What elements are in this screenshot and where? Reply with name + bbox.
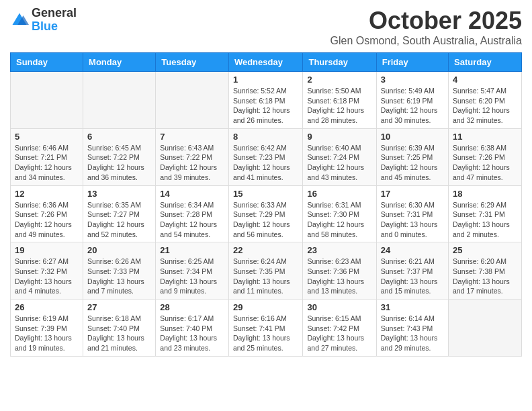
calendar-cell: 13Sunrise: 6:35 AM Sunset: 7:27 PM Dayli… [83,185,156,242]
column-header-sunday: Sunday [11,53,83,72]
day-info: Sunrise: 6:39 AM Sunset: 7:25 PM Dayligh… [381,143,444,183]
calendar-cell: 23Sunrise: 6:23 AM Sunset: 7:36 PM Dayli… [303,242,376,300]
calendar-week-row: 19Sunrise: 6:27 AM Sunset: 7:32 PM Dayli… [11,242,522,300]
calendar-cell: 9Sunrise: 6:40 AM Sunset: 7:24 PM Daylig… [303,128,376,185]
calendar-cell: 17Sunrise: 6:30 AM Sunset: 7:31 PM Dayli… [376,185,448,242]
page-header: General Blue October 2025 Glen Osmond, S… [10,7,522,47]
day-number: 11 [453,132,517,142]
day-number: 8 [233,132,299,142]
day-info: Sunrise: 6:17 AM Sunset: 7:40 PM Dayligh… [160,314,224,353]
day-info: Sunrise: 6:46 AM Sunset: 7:21 PM Dayligh… [15,143,79,183]
calendar-cell: 5Sunrise: 6:46 AM Sunset: 7:21 PM Daylig… [11,128,83,185]
calendar-cell: 8Sunrise: 6:42 AM Sunset: 7:23 PM Daylig… [228,128,303,185]
day-info: Sunrise: 6:42 AM Sunset: 7:23 PM Dayligh… [233,143,299,183]
day-number: 31 [381,302,444,312]
day-number: 30 [307,302,371,312]
day-info: Sunrise: 6:21 AM Sunset: 7:37 PM Dayligh… [381,257,444,296]
calendar-cell: 25Sunrise: 6:20 AM Sunset: 7:38 PM Dayli… [449,242,522,300]
day-number: 25 [453,245,517,255]
calendar-header-row: SundayMondayTuesdayWednesdayThursdayFrid… [11,53,522,72]
day-number: 28 [160,302,224,312]
calendar-cell [83,72,156,129]
day-info: Sunrise: 6:19 AM Sunset: 7:39 PM Dayligh… [15,314,79,353]
calendar-week-row: 12Sunrise: 6:36 AM Sunset: 7:26 PM Dayli… [11,185,522,242]
day-number: 24 [381,245,444,255]
column-header-friday: Friday [376,53,448,72]
day-info: Sunrise: 6:31 AM Sunset: 7:30 PM Dayligh… [307,200,371,240]
day-number: 13 [87,189,151,199]
day-number: 12 [15,189,79,199]
day-number: 5 [15,132,79,142]
day-info: Sunrise: 6:23 AM Sunset: 7:36 PM Dayligh… [307,257,371,296]
day-number: 2 [307,75,371,85]
calendar-cell: 3Sunrise: 5:49 AM Sunset: 6:19 PM Daylig… [376,72,448,129]
calendar-cell: 27Sunrise: 6:18 AM Sunset: 7:40 PM Dayli… [83,300,156,357]
day-info: Sunrise: 6:36 AM Sunset: 7:26 PM Dayligh… [15,200,79,240]
calendar-cell: 10Sunrise: 6:39 AM Sunset: 7:25 PM Dayli… [376,128,448,185]
day-info: Sunrise: 6:18 AM Sunset: 7:40 PM Dayligh… [87,314,151,353]
day-info: Sunrise: 6:14 AM Sunset: 7:43 PM Dayligh… [381,314,444,353]
day-info: Sunrise: 6:45 AM Sunset: 7:22 PM Dayligh… [87,143,151,183]
day-info: Sunrise: 6:27 AM Sunset: 7:32 PM Dayligh… [15,257,79,296]
month-title: October 2025 [330,7,522,35]
day-info: Sunrise: 6:24 AM Sunset: 7:35 PM Dayligh… [233,257,299,296]
day-number: 23 [307,245,371,255]
title-section: October 2025 Glen Osmond, South Australi… [330,7,522,47]
day-number: 17 [381,189,444,199]
day-info: Sunrise: 6:25 AM Sunset: 7:34 PM Dayligh… [160,257,224,296]
day-number: 21 [160,245,224,255]
calendar-cell: 28Sunrise: 6:17 AM Sunset: 7:40 PM Dayli… [156,300,229,357]
calendar-cell: 26Sunrise: 6:19 AM Sunset: 7:39 PM Dayli… [11,300,83,357]
day-number: 7 [160,132,224,142]
calendar-cell: 21Sunrise: 6:25 AM Sunset: 7:34 PM Dayli… [156,242,229,300]
day-number: 26 [15,302,79,312]
column-header-wednesday: Wednesday [228,53,303,72]
day-info: Sunrise: 6:15 AM Sunset: 7:42 PM Dayligh… [307,314,371,353]
calendar-cell: 24Sunrise: 6:21 AM Sunset: 7:37 PM Dayli… [376,242,448,300]
day-info: Sunrise: 5:47 AM Sunset: 6:20 PM Dayligh… [453,86,517,126]
day-number: 20 [87,245,151,255]
day-number: 27 [87,302,151,312]
day-number: 19 [15,245,79,255]
day-number: 6 [87,132,151,142]
calendar-cell: 14Sunrise: 6:34 AM Sunset: 7:28 PM Dayli… [156,185,229,242]
calendar-cell: 16Sunrise: 6:31 AM Sunset: 7:30 PM Dayli… [303,185,376,242]
logo-blue-text: Blue [32,20,77,34]
calendar-week-row: 1Sunrise: 5:52 AM Sunset: 6:18 PM Daylig… [11,72,522,129]
column-header-monday: Monday [83,53,156,72]
calendar-week-row: 26Sunrise: 6:19 AM Sunset: 7:39 PM Dayli… [11,300,522,357]
calendar-cell [11,72,83,129]
calendar-cell: 15Sunrise: 6:33 AM Sunset: 7:29 PM Dayli… [228,185,303,242]
day-info: Sunrise: 6:34 AM Sunset: 7:28 PM Dayligh… [160,200,224,240]
day-number: 16 [307,189,371,199]
day-number: 9 [307,132,371,142]
calendar-cell: 12Sunrise: 6:36 AM Sunset: 7:26 PM Dayli… [11,185,83,242]
day-number: 22 [233,245,299,255]
day-number: 18 [453,189,517,199]
day-info: Sunrise: 5:49 AM Sunset: 6:19 PM Dayligh… [381,86,444,126]
logo: General Blue [10,7,77,34]
day-info: Sunrise: 6:35 AM Sunset: 7:27 PM Dayligh… [87,200,151,240]
calendar-cell: 1Sunrise: 5:52 AM Sunset: 6:18 PM Daylig… [228,72,303,129]
day-number: 29 [233,302,299,312]
calendar-cell [449,300,522,357]
day-number: 3 [381,75,444,85]
calendar-cell: 4Sunrise: 5:47 AM Sunset: 6:20 PM Daylig… [449,72,522,129]
calendar-cell: 29Sunrise: 6:16 AM Sunset: 7:41 PM Dayli… [228,300,303,357]
day-number: 14 [160,189,224,199]
calendar-cell [156,72,229,129]
column-header-thursday: Thursday [303,53,376,72]
day-info: Sunrise: 6:16 AM Sunset: 7:41 PM Dayligh… [233,314,299,353]
day-info: Sunrise: 6:20 AM Sunset: 7:38 PM Dayligh… [453,257,517,296]
day-info: Sunrise: 6:33 AM Sunset: 7:29 PM Dayligh… [233,200,299,240]
calendar-cell: 19Sunrise: 6:27 AM Sunset: 7:32 PM Dayli… [11,242,83,300]
day-info: Sunrise: 6:29 AM Sunset: 7:31 PM Dayligh… [453,200,517,240]
day-info: Sunrise: 6:26 AM Sunset: 7:33 PM Dayligh… [87,257,151,296]
day-number: 15 [233,189,299,199]
day-info: Sunrise: 5:52 AM Sunset: 6:18 PM Dayligh… [233,86,299,126]
day-info: Sunrise: 6:38 AM Sunset: 7:26 PM Dayligh… [453,143,517,183]
location-title: Glen Osmond, South Australia, Australia [330,35,522,47]
day-number: 10 [381,132,444,142]
day-info: Sunrise: 6:40 AM Sunset: 7:24 PM Dayligh… [307,143,371,183]
day-info: Sunrise: 5:50 AM Sunset: 6:18 PM Dayligh… [307,86,371,126]
